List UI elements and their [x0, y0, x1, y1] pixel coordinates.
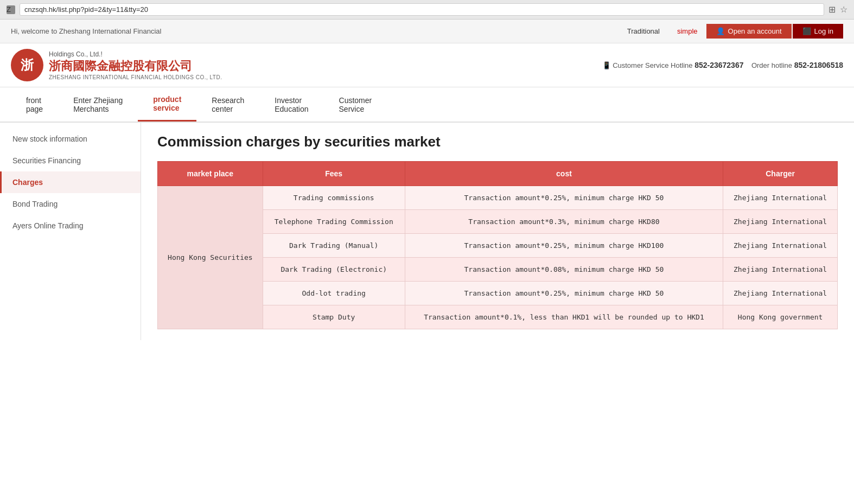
nav-product-service[interactable]: productservice	[138, 87, 196, 122]
welcome-text: Hi, welcome to Zheshang International Fi…	[11, 27, 161, 35]
cost-cell: Transaction amount*0.08%, minimum charge…	[405, 258, 723, 282]
company-line1: Holdings Co., Ltd.!	[49, 50, 222, 58]
lang-switcher: Traditional simple	[619, 24, 706, 38]
cost-cell: Transaction amount*0.25%, minimum charge…	[405, 282, 723, 305]
charger-cell: Zhejiang International	[723, 258, 838, 282]
sidebar-item-charges[interactable]: Charges	[0, 171, 141, 193]
content-area: Commission charges by securities market …	[141, 123, 854, 340]
charger-cell: Zhejiang International	[723, 186, 838, 210]
col-header-cost: cost	[405, 162, 723, 186]
fee-cell: Dark Trading (Manual)	[263, 234, 405, 258]
phone-icon: 📱	[602, 61, 611, 69]
charger-cell: Hong Kong government	[723, 305, 838, 329]
nav-enter-zhejiang[interactable]: Enter ZhejiangMerchants	[58, 88, 138, 121]
sidebar-item-ayers[interactable]: Ayers Online Trading	[0, 215, 141, 237]
table-row: Hong Kong SecuritiesTrading commissionsT…	[158, 186, 838, 210]
cost-cell: Transaction amount*0.3%, minimum charge …	[405, 210, 723, 234]
cost-cell: Transaction amount*0.25%, minimum charge…	[405, 186, 723, 210]
sidebar-item-label: Securities Financing	[12, 156, 81, 165]
sidebar-item-new-stock[interactable]: New stock information	[0, 128, 141, 150]
sidebar-item-label: Bond Trading	[12, 200, 58, 208]
fee-cell: Stamp Duty	[263, 305, 405, 329]
sidebar-item-bond-trading[interactable]: Bond Trading	[0, 193, 141, 215]
page-title: Commission charges by securities market	[157, 133, 838, 150]
sidebar: New stock information Securities Financi…	[0, 123, 141, 340]
fee-cell: Trading commissions	[263, 186, 405, 210]
star-icon[interactable]: ☆	[840, 4, 847, 15]
order-number: 852-21806518	[794, 61, 843, 69]
url-bar[interactable]: cnzsqh.hk/list.php?pid=2&ty=11&tty=20	[20, 3, 824, 16]
fee-cell: Dark Trading (Electronic)	[263, 258, 405, 282]
col-header-charger: Charger	[723, 162, 838, 186]
sidebar-item-label: Ayers Online Trading	[12, 221, 83, 230]
cost-cell: Transaction amount*0.25%, minimum charge…	[405, 234, 723, 258]
sidebar-item-label: Charges	[12, 178, 43, 187]
nav-customer-service[interactable]: CustomerService	[324, 88, 387, 121]
lang-simple[interactable]: simple	[668, 24, 706, 38]
charges-table: market place Fees cost Charger Hong Kong…	[157, 161, 838, 329]
nav-investor-education[interactable]: InvestorEducation	[259, 88, 323, 121]
header: 浙 Holdings Co., Ltd.! 浙商國際金融控股有限公司 ZHESH…	[0, 43, 854, 87]
open-account-button[interactable]: 👤 Open an account	[706, 24, 792, 39]
col-header-fees: Fees	[263, 162, 405, 186]
main-content: New stock information Securities Financi…	[0, 123, 854, 340]
nav-research-center[interactable]: Researchcenter	[196, 88, 259, 121]
order-label: Order hotline	[751, 61, 792, 69]
user-icon: 👤	[716, 27, 725, 35]
charger-cell: Zhejiang International	[723, 210, 838, 234]
fee-cell: Odd-lot trading	[263, 282, 405, 305]
market-cell: Hong Kong Securities	[158, 186, 263, 329]
logo-english: ZHESHANG INTERNATIONAL FINANCIAL HOLDING…	[49, 74, 222, 80]
top-actions: Traditional simple 👤 Open an account ⬛ L…	[619, 24, 843, 39]
login-label: Log in	[814, 27, 833, 35]
logo-text: Holdings Co., Ltd.! 浙商國際金融控股有限公司 ZHESHAN…	[49, 50, 222, 80]
translate-icon[interactable]: ⊞	[828, 4, 836, 15]
hotline-area: 📱 Customer Service Hotline 852-23672367 …	[250, 61, 843, 69]
logo-chinese: 浙商國際金融控股有限公司	[49, 58, 222, 74]
charger-cell: Zhejiang International	[723, 234, 838, 258]
sidebar-item-securities-financing[interactable]: Securities Financing	[0, 150, 141, 171]
fee-cell: Telephone Trading Commission	[263, 210, 405, 234]
logo-icon: 浙	[11, 49, 43, 81]
favicon-icon: Z	[7, 5, 15, 14]
open-account-label: Open an account	[728, 27, 782, 35]
main-nav: frontpage Enter ZhejiangMerchants produc…	[0, 87, 854, 123]
logo-area: 浙 Holdings Co., Ltd.! 浙商國際金融控股有限公司 ZHESH…	[11, 49, 250, 81]
col-header-market: market place	[158, 162, 263, 186]
charger-cell: Zhejiang International	[723, 282, 838, 305]
login-button[interactable]: ⬛ Log in	[793, 24, 843, 39]
browser-bar: Z cnzsqh.hk/list.php?pid=2&ty=11&tty=20 …	[0, 0, 854, 20]
hotline-number: 852-23672367	[694, 61, 743, 69]
hotline-label: Customer Service Hotline	[613, 61, 692, 69]
nav-front-page[interactable]: frontpage	[11, 88, 58, 121]
login-icon: ⬛	[802, 27, 811, 35]
welcome-bar: Hi, welcome to Zheshang International Fi…	[0, 20, 854, 43]
sidebar-item-label: New stock information	[12, 135, 87, 143]
cost-cell: Transaction amount*0.1%, less than HKD1 …	[405, 305, 723, 329]
lang-traditional[interactable]: Traditional	[619, 24, 668, 38]
